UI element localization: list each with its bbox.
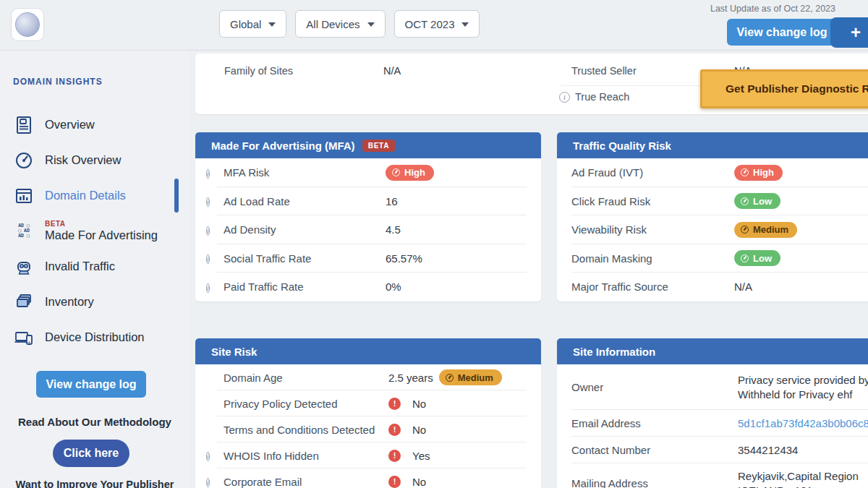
ad-fraud-row: Ad Fraud (IVT) High (557, 158, 868, 187)
sidebar-item-domain-details[interactable]: Domain Details (0, 178, 190, 213)
region-dropdown-value: Global (230, 18, 261, 30)
sidebar-section-title: DOMAIN INSIGHTS (13, 77, 103, 87)
info-icon[interactable] (206, 283, 210, 293)
robot-icon (13, 256, 35, 278)
trusted-seller-label: Trusted Seller (571, 65, 637, 77)
risk-badge-high: High (386, 165, 434, 181)
sidebar-nav: Overview Risk Overview Domain Details AD… (0, 107, 190, 355)
site-risk-card: Site Risk Domain Age 2.5 years Medium Pr… (195, 338, 541, 488)
risk-badge-medium: Medium (734, 222, 797, 238)
alert-icon (388, 450, 401, 462)
email-link[interactable]: 5d1cf1ab73fd42a3b0b06c8 (738, 416, 868, 431)
info-icon[interactable] (559, 92, 570, 103)
info-icon[interactable] (206, 169, 210, 179)
info-icon[interactable] (206, 226, 210, 236)
mfa-card-header: Made For Advertising (MFA) BETA (195, 132, 541, 158)
sidebar-item-label: Overview (45, 118, 95, 132)
device-dropdown[interactable]: All Devices (295, 10, 385, 38)
last-update-text: Last Update as of Oct 22, 2023 (710, 4, 835, 14)
whois-hidden-row: WHOIS Info Hidden Yes (195, 442, 541, 468)
region-dropdown[interactable]: Global (219, 10, 286, 38)
sidebar-item-device-distribution[interactable]: Device Distribution (0, 320, 190, 355)
info-icon[interactable] (206, 478, 210, 487)
sidebar-item-invalid-traffic[interactable]: Invalid Traffic (0, 249, 190, 284)
sidebar-item-inventory[interactable]: Inventory (0, 284, 190, 320)
sidebar: DOMAIN INSIGHTS Overview Risk Overview D… (0, 51, 190, 488)
stack-icon (13, 291, 35, 313)
sidebar-item-label: Invalid Traffic (45, 260, 115, 273)
chart-window-icon (13, 185, 35, 207)
app-logo[interactable] (11, 8, 44, 41)
risk-badge-low: Low (734, 193, 780, 209)
site-information-card: Site Information Owner Privacy service p… (557, 338, 868, 488)
gauge-icon (741, 168, 749, 176)
site-information-card-title: Site Information (573, 346, 655, 358)
gauge-icon (741, 197, 749, 205)
sidebar-item-label: Risk Overview (45, 153, 121, 167)
alert-icon (388, 424, 401, 436)
active-indicator (174, 179, 179, 213)
sidebar-item-label: Made For Advertising (45, 228, 158, 242)
chevron-down-icon (367, 22, 375, 27)
beta-badge: BETA (45, 220, 65, 228)
major-traffic-source-row: Major Traffic Source N/A (557, 273, 868, 301)
click-here-button[interactable]: Click here (53, 440, 129, 467)
top-bar: Global All Devices OCT 2023 Last Update … (0, 0, 868, 51)
gauge-icon (741, 254, 749, 262)
ads-grid-icon: AD ▢▢ ADAD ▢ (13, 221, 35, 242)
info-icon[interactable] (206, 254, 210, 264)
owner-row: Owner Privacy service provided by Withhe… (557, 364, 868, 410)
chevron-down-icon (461, 22, 469, 27)
contact-number-row: Contact Number 3544212434 (557, 437, 868, 463)
info-icon[interactable] (206, 197, 210, 207)
gauge-icon (446, 374, 454, 382)
domain-masking-row: Domain Masking Low (557, 244, 868, 273)
risk-badge-high: High (734, 165, 783, 181)
sidebar-item-risk-overview[interactable]: Risk Overview (0, 142, 190, 178)
gauge-icon (392, 168, 400, 176)
ad-density-row: Ad Density 4.5 (195, 215, 541, 244)
sidebar-item-label: Inventory (45, 295, 94, 309)
sidebar-item-label: Domain Details (45, 189, 126, 202)
traffic-quality-card-title: Traffic Quality Risk (573, 140, 671, 152)
get-publisher-diagnostic-report-button[interactable]: Get Publisher Diagnostic Report (700, 69, 868, 108)
domain-age-row: Domain Age 2.5 years Medium (195, 364, 541, 390)
view-change-log-button[interactable]: View change log (727, 19, 837, 46)
info-icon[interactable] (206, 452, 210, 461)
privacy-policy-row: Privacy Policy Detected No (195, 390, 541, 416)
sidebar-item-made-for-advertising[interactable]: AD ▢▢ ADAD ▢ BETA Made For Advertising (0, 213, 190, 249)
risk-badge-low: Low (734, 250, 780, 266)
sidebar-view-change-log-button[interactable]: View change log (36, 371, 146, 398)
alert-icon (388, 476, 401, 488)
filter-bar: Global All Devices OCT 2023 (219, 10, 480, 38)
chevron-down-icon (268, 22, 276, 27)
email-address-row: Email Address 5d1cf1ab73fd42a3b0b06c8 (557, 410, 868, 437)
terms-conditions-row: Terms and Conditions Detected No (195, 416, 541, 442)
site-risk-card-title: Site Risk (211, 346, 257, 358)
gauge-icon (741, 226, 749, 234)
true-reach-label: True Reach (575, 91, 629, 103)
alert-icon (388, 398, 401, 410)
social-traffic-rate-row: Social Traffic Rate 65.57% (195, 244, 541, 273)
month-dropdown-value: OCT 2023 (405, 18, 455, 30)
methodology-text: Read About Our Methodology (4, 416, 185, 428)
mfa-card: Made For Advertising (MFA) BETA MFA Risk… (195, 132, 541, 301)
device-dropdown-value: All Devices (306, 18, 359, 30)
risk-badge-medium: Medium (439, 369, 502, 385)
ad-load-rate-row: Ad Load Rate 16 (195, 187, 541, 216)
site-risk-card-header: Site Risk (195, 338, 541, 364)
corporate-email-row: Corporate Email No (195, 468, 541, 488)
mfa-card-title: Made For Advertising (MFA) (211, 140, 355, 152)
family-of-sites-value: N/A (383, 65, 401, 77)
sidebar-item-overview[interactable]: Overview (0, 107, 190, 142)
improve-score-text: Want to Improve Your Publisher Score? (0, 479, 190, 488)
month-dropdown[interactable]: OCT 2023 (394, 10, 480, 38)
devices-icon (13, 327, 35, 348)
mailing-address-row: Mailing Address Reykjavik,Capital Region… (557, 463, 868, 488)
true-reach-row: True Reach (559, 91, 629, 103)
traffic-quality-risk-card: Traffic Quality Risk Ad Fraud (IVT) High… (557, 132, 868, 301)
add-button[interactable]: + (830, 17, 868, 48)
family-of-sites-label: Family of Sites (224, 65, 293, 77)
beta-badge: BETA (362, 140, 396, 152)
document-icon (13, 114, 35, 136)
